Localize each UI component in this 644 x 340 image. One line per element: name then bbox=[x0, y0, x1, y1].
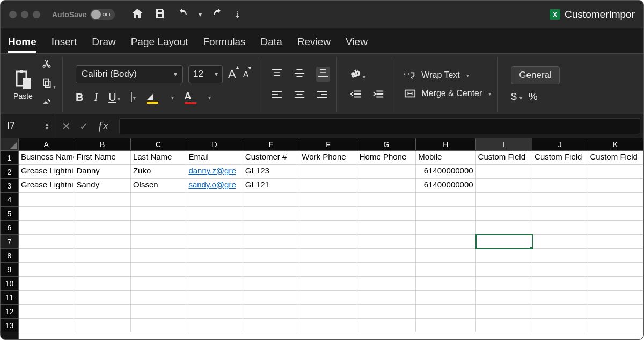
tab-home[interactable]: Home bbox=[8, 36, 36, 53]
close-window-icon[interactable] bbox=[9, 11, 17, 18]
cell[interactable] bbox=[532, 165, 588, 179]
cell[interactable] bbox=[588, 305, 643, 319]
cell[interactable] bbox=[416, 319, 475, 332]
format-painter-icon[interactable] bbox=[41, 97, 56, 110]
cell[interactable] bbox=[416, 207, 475, 221]
cell[interactable] bbox=[74, 277, 130, 291]
cell[interactable] bbox=[131, 221, 186, 235]
cell[interactable] bbox=[532, 291, 588, 305]
col-header[interactable]: K bbox=[588, 138, 643, 150]
col-header[interactable]: G bbox=[357, 138, 416, 150]
selected-cell[interactable] bbox=[476, 235, 532, 249]
cell[interactable] bbox=[588, 179, 643, 193]
cell[interactable] bbox=[243, 235, 299, 249]
italic-button[interactable]: I bbox=[94, 91, 98, 104]
cell[interactable] bbox=[131, 249, 186, 263]
bold-button[interactable]: B bbox=[76, 91, 83, 104]
cell[interactable] bbox=[299, 305, 357, 319]
cell[interactable] bbox=[357, 235, 416, 249]
col-header[interactable]: I bbox=[476, 138, 532, 150]
cell[interactable] bbox=[299, 179, 357, 193]
cell[interactable]: Email bbox=[186, 151, 243, 165]
cell[interactable] bbox=[186, 263, 243, 277]
cell[interactable] bbox=[357, 221, 416, 235]
cell[interactable] bbox=[476, 221, 532, 235]
cell[interactable] bbox=[532, 221, 588, 235]
cell[interactable]: Olssen bbox=[131, 179, 186, 193]
cell[interactable] bbox=[186, 221, 243, 235]
cell[interactable] bbox=[243, 263, 299, 277]
cell[interactable]: Custom Field bbox=[476, 151, 532, 165]
cell[interactable] bbox=[532, 305, 588, 319]
cell[interactable] bbox=[74, 305, 130, 319]
cell[interactable] bbox=[416, 249, 475, 263]
cell[interactable] bbox=[532, 235, 588, 249]
cell[interactable]: GL123 bbox=[243, 165, 299, 179]
copy-icon[interactable]: ▾ bbox=[41, 78, 56, 91]
cell[interactable]: danny.z@gre bbox=[186, 165, 243, 179]
cell[interactable] bbox=[243, 319, 299, 332]
cell[interactable] bbox=[588, 207, 643, 221]
cut-icon[interactable] bbox=[41, 59, 56, 71]
cell[interactable] bbox=[299, 221, 357, 235]
cell[interactable] bbox=[416, 277, 475, 291]
cell[interactable] bbox=[416, 235, 475, 249]
cell[interactable] bbox=[243, 277, 299, 291]
cell[interactable] bbox=[243, 305, 299, 319]
cell[interactable] bbox=[299, 193, 357, 207]
cell[interactable] bbox=[131, 207, 186, 221]
cell[interactable] bbox=[416, 291, 475, 305]
cell[interactable]: Business Name bbox=[19, 151, 74, 165]
grow-font-icon[interactable]: A▴ bbox=[228, 67, 239, 81]
tab-page-layout[interactable]: Page Layout bbox=[131, 36, 188, 53]
cell[interactable]: 61400000000 bbox=[416, 179, 475, 193]
col-header[interactable]: H bbox=[416, 138, 475, 150]
cell[interactable] bbox=[532, 277, 588, 291]
cell[interactable] bbox=[476, 319, 532, 332]
shrink-font-icon[interactable]: A▾ bbox=[243, 69, 252, 79]
cell[interactable] bbox=[131, 193, 186, 207]
align-center-icon[interactable] bbox=[294, 89, 305, 102]
save-icon[interactable] bbox=[153, 7, 166, 22]
tab-formulas[interactable]: Formulas bbox=[203, 36, 245, 53]
cell[interactable] bbox=[299, 165, 357, 179]
tab-data[interactable]: Data bbox=[261, 36, 282, 53]
tab-review[interactable]: Review bbox=[297, 36, 331, 53]
tab-draw[interactable]: Draw bbox=[92, 36, 115, 53]
cell[interactable] bbox=[357, 277, 416, 291]
cell[interactable] bbox=[416, 305, 475, 319]
cell[interactable]: GL121 bbox=[243, 179, 299, 193]
cell[interactable] bbox=[74, 193, 130, 207]
cell[interactable] bbox=[532, 193, 588, 207]
name-box[interactable]: I7 ▲▼ bbox=[1, 114, 54, 138]
row-header[interactable]: 8 bbox=[1, 249, 18, 263]
cell[interactable]: Danny bbox=[74, 165, 130, 179]
cell[interactable]: First Name bbox=[74, 151, 130, 165]
cell[interactable] bbox=[476, 179, 532, 193]
cell[interactable] bbox=[186, 235, 243, 249]
cell[interactable] bbox=[186, 291, 243, 305]
cell[interactable] bbox=[588, 263, 643, 277]
minimize-window-icon[interactable] bbox=[21, 11, 28, 18]
cell[interactable] bbox=[416, 221, 475, 235]
cell[interactable] bbox=[243, 221, 299, 235]
cell[interactable]: Custom Field bbox=[588, 151, 643, 165]
cell[interactable] bbox=[588, 291, 643, 305]
increase-indent-icon[interactable] bbox=[372, 89, 384, 102]
cell[interactable] bbox=[588, 277, 643, 291]
cell[interactable] bbox=[532, 179, 588, 193]
row-header[interactable]: 4 bbox=[1, 193, 18, 207]
cell[interactable]: 61400000000 bbox=[416, 165, 475, 179]
cell[interactable] bbox=[131, 305, 186, 319]
cell[interactable] bbox=[131, 319, 186, 332]
cell[interactable] bbox=[357, 249, 416, 263]
align-middle-icon[interactable] bbox=[294, 68, 305, 81]
col-header[interactable]: J bbox=[532, 138, 588, 150]
cell[interactable] bbox=[131, 277, 186, 291]
align-bottom-icon[interactable] bbox=[316, 67, 330, 82]
currency-button[interactable]: $ ▾ bbox=[511, 91, 522, 103]
cell[interactable]: Grease Lightning bbox=[19, 179, 74, 193]
number-format-select[interactable]: General bbox=[511, 66, 559, 84]
cell[interactable] bbox=[299, 319, 357, 332]
cell[interactable]: Grease Lightning bbox=[19, 165, 74, 179]
